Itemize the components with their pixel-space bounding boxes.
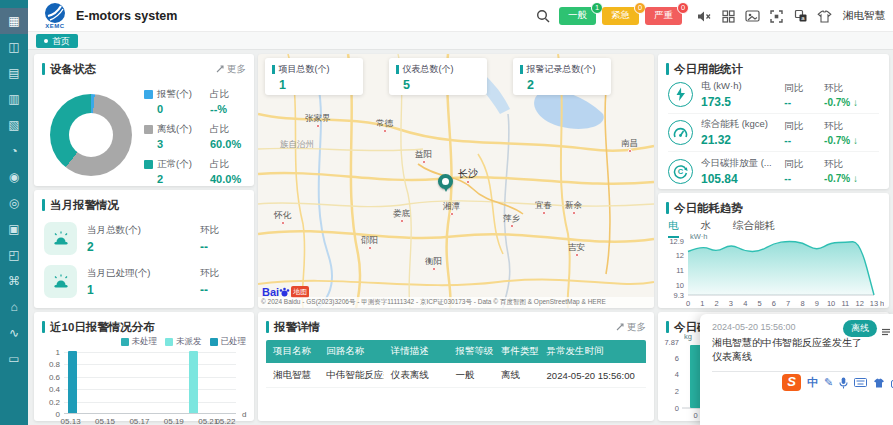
city-dot: [316, 124, 320, 128]
alarm-level-badge-1[interactable]: 一般1: [559, 7, 596, 25]
city-dot: [432, 267, 436, 271]
sidebar-item-alarm-home[interactable]: ⌂: [0, 294, 28, 320]
month-alarm-row: 当月已处理(个)1环比--: [44, 265, 244, 298]
svg-text:4: 4: [743, 299, 747, 308]
yoy-label: 同比: [784, 120, 824, 133]
today-energy-header: 今日用能统计: [666, 62, 881, 76]
sidebar-item-dashboard[interactable]: ▦: [0, 8, 28, 34]
y-tick-label: 0.4: [40, 385, 60, 394]
search-icon[interactable]: [535, 9, 550, 24]
x-axis-unit: d: [242, 410, 246, 419]
sidebar-item-topology[interactable]: ⌘: [0, 268, 28, 294]
month-alarm-title: 当月报警情况: [50, 198, 119, 213]
sidebar-item-curve[interactable]: ∿: [0, 320, 28, 346]
sidebar-item-toolbox[interactable]: ▭: [0, 346, 28, 372]
sidebar-item-monitor[interactable]: ◫: [0, 34, 28, 60]
legend-color-swatch: [144, 125, 153, 134]
ime-toolbar[interactable]: S 中 ✎: [782, 374, 893, 391]
map-city-label: 衡阳: [425, 257, 442, 271]
ime-handwrite-icon[interactable]: ✎: [824, 376, 833, 389]
energy-row-value: 21.32: [701, 133, 784, 147]
table-cell: 2024-05-20 15:56:00: [540, 370, 646, 381]
map-city-label: 族自治州: [280, 140, 314, 149]
grid-line: [64, 352, 236, 353]
theme-skin-icon[interactable]: [817, 9, 832, 24]
app-title: E-motors system: [76, 9, 177, 23]
tab-home[interactable]: 首页: [36, 34, 78, 48]
city-dot: [542, 211, 546, 215]
city-dot: [400, 219, 404, 223]
y-tick-label: 0.2: [40, 398, 60, 407]
legend-ratio-value: 40.0%: [210, 173, 248, 185]
username[interactable]: 湘电智慧: [843, 9, 885, 23]
apps-grid-icon[interactable]: [721, 9, 736, 24]
logo-globe-icon: [45, 3, 65, 23]
energy-icon: ◎: [9, 196, 19, 210]
column-header: 报警等级: [448, 345, 494, 358]
column-header: 详情描述: [384, 345, 449, 358]
alarm-level-label: 一般: [568, 9, 587, 20]
ime-keyboard-icon[interactable]: [854, 378, 867, 387]
svg-text:kW·h: kW·h: [690, 233, 708, 241]
sidebar-item-report[interactable]: ▧: [0, 112, 28, 138]
sogou-logo-icon[interactable]: S: [782, 374, 801, 391]
stat-card-1[interactable]: 项目总数(个)1: [265, 58, 363, 95]
svg-text:11: 11: [841, 299, 849, 308]
fullscreen-icon[interactable]: [769, 9, 784, 24]
city-name: 怀化: [274, 211, 291, 220]
sidebar-item-location[interactable]: ◉: [0, 164, 28, 190]
sidebar-item-screen[interactable]: ◰: [0, 242, 28, 268]
device-status-more-link[interactable]: 更多: [216, 63, 246, 76]
ten-day-plot: [64, 352, 236, 414]
device-status-legend: 报警(个)占比0--%离线(个)占比360.0%正常(个)占比240.0%: [144, 88, 248, 193]
month-alarm-header: 当月报警情况: [42, 198, 246, 212]
alarm-level-badge-2[interactable]: 紧急0: [602, 7, 639, 25]
map-city-label: 娄底: [393, 209, 410, 223]
svg-text:6: 6: [675, 354, 679, 363]
alarm-home-icon: ⌂: [10, 300, 17, 314]
ime-mic-icon[interactable]: [839, 377, 848, 389]
energy-trend-title: 今日能耗趋势: [674, 201, 743, 216]
stat-card-value: 2: [527, 78, 604, 92]
column-header: 回路名称: [319, 345, 384, 358]
water-icon: ◔: [10, 144, 17, 158]
map-location-pin[interactable]: [438, 174, 453, 189]
notification-menu-icon[interactable]: [881, 323, 891, 341]
alarm-siren-icon: [44, 265, 77, 298]
sidebar-item-enterprise[interactable]: ▤: [0, 60, 28, 86]
svg-text:7: 7: [786, 299, 790, 308]
sidebar-item-calendar[interactable]: ▣: [0, 216, 28, 242]
today-energy-rows: 电 (kW·h)173.5同比--环比-0.7% ↓综合能耗 (kgce)21.…: [658, 76, 889, 190]
ime-chinese-mode-icon[interactable]: 中: [807, 375, 818, 390]
sidebar-item-energy[interactable]: ◎: [0, 190, 28, 216]
energy-row: 电 (kW·h)173.5同比--环比-0.7% ↓: [668, 76, 879, 114]
sidebar-top-gap: [0, 0, 28, 8]
svg-text:0: 0: [693, 411, 697, 418]
city-name: 南昌: [621, 139, 638, 148]
svg-text:5: 5: [757, 299, 761, 308]
month-row-value: 1: [87, 283, 175, 297]
month-alarm-row: 当月总数(个)2环比--: [44, 222, 244, 255]
alarm-level-badge-3[interactable]: 严重0: [645, 7, 682, 25]
grid-line: [64, 389, 236, 390]
energy-trend-header: 今日能耗趋势: [666, 201, 881, 215]
yoy-label: 同比: [784, 82, 824, 95]
baidu-map[interactable]: 张家界常德益阳长沙南昌族自治州怀化娄底湘潭萍乡宜春新余邵阳衡阳吉安 项目总数(个…: [258, 54, 654, 308]
city-name: 长沙: [458, 168, 478, 179]
notification-popup[interactable]: 2024-05-20 15:56:00 离线 湘电智慧的中伟智能反应釜发生了仪表…: [700, 314, 893, 425]
alarm-details-header: 报警详情 更多: [266, 320, 646, 334]
stat-card-3[interactable]: 报警记录总数(个)2: [513, 58, 611, 95]
ime-skin-icon[interactable]: [873, 378, 885, 388]
city-dot: [383, 129, 387, 133]
mute-icon[interactable]: [697, 9, 712, 24]
device-legend-row: 报警(个)占比0--%: [144, 88, 248, 115]
language-icon[interactable]: a: [793, 9, 808, 24]
sidebar-item-bar-chart[interactable]: ▥: [0, 86, 28, 112]
company-logo: XEMC: [40, 3, 70, 29]
screenshot-icon[interactable]: [745, 9, 760, 24]
alarm-details-more-link[interactable]: 更多: [616, 321, 646, 334]
stat-card-2[interactable]: 仪表总数(个)5: [389, 58, 487, 95]
sidebar-item-water[interactable]: ◔: [0, 138, 28, 164]
column-header: 项目名称: [266, 345, 319, 358]
table-row[interactable]: 湘电智慧中伟智能反应釜仪表离线一般离线2024-05-20 15:56:00: [266, 363, 646, 388]
